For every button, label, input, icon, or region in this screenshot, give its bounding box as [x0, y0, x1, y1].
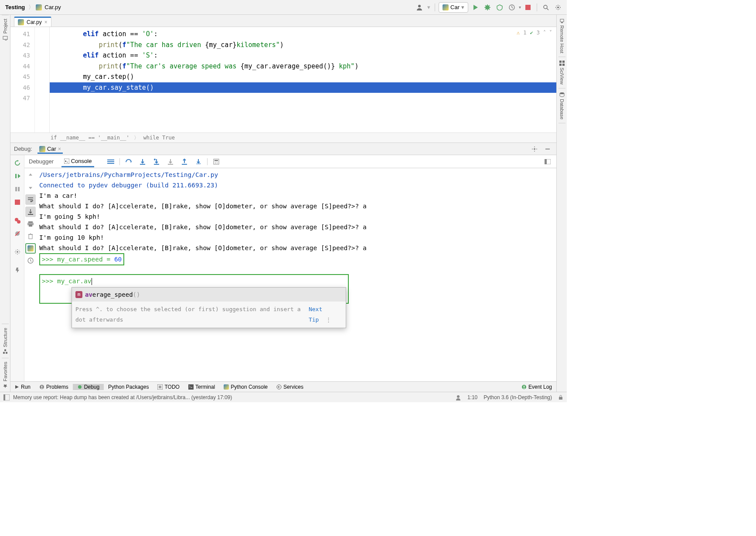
stop-button[interactable]: [12, 197, 23, 207]
print-icon[interactable]: [25, 219, 36, 229]
svg-rect-58: [561, 22, 563, 23]
terminal-tool-tab[interactable]: Terminal: [184, 384, 219, 390]
project-tool-tab[interactable]: Project: [2, 15, 9, 44]
warning-icon: ⚠: [517, 30, 520, 36]
console-line: Connected to pydev debugger (build 211.6…: [39, 180, 554, 190]
step-into-icon[interactable]: [137, 156, 148, 167]
more-icon[interactable]: ⋮: [326, 316, 331, 323]
svg-point-30: [154, 159, 156, 160]
debug-console[interactable]: /Users/jetbrains/PycharmProjects/Testing…: [37, 168, 556, 381]
event-log-tool-tab[interactable]: Event Log: [517, 384, 556, 390]
close-tab-icon[interactable]: ×: [44, 19, 48, 25]
close-icon[interactable]: ×: [58, 146, 61, 152]
view-breakpoints-button[interactable]: [12, 215, 23, 226]
run-tool-tab[interactable]: Run: [10, 384, 35, 390]
svg-rect-62: [562, 64, 565, 66]
history-icon[interactable]: [25, 255, 36, 266]
scroll-down-icon[interactable]: [25, 182, 36, 193]
console-line: What should I do? [A]ccelerate, [B]rake,…: [39, 243, 554, 253]
soft-wrap-icon[interactable]: [25, 194, 36, 205]
code-area[interactable]: elif action == 'O': print(f"The car has …: [50, 27, 556, 132]
favorites-tool-tab[interactable]: Favorites: [2, 358, 9, 392]
sciview-tool-tab[interactable]: SciView: [558, 57, 565, 88]
run-config-selector[interactable]: Car ▾: [439, 2, 468, 13]
layout-settings-icon[interactable]: [542, 156, 553, 167]
chevron-up-icon[interactable]: ˄: [543, 30, 546, 36]
mute-breakpoints-button[interactable]: [12, 228, 23, 239]
settings-button[interactable]: [553, 2, 563, 13]
check-count: 3: [537, 30, 540, 36]
search-everywhere-button[interactable]: [541, 2, 551, 13]
svg-point-7: [557, 7, 559, 8]
rerun-button[interactable]: [12, 158, 23, 168]
step-into-my-code-icon[interactable]: [151, 156, 162, 167]
python-prompt-icon[interactable]: [25, 243, 36, 254]
editor-tabs: Car.py ×: [10, 15, 556, 27]
lock-icon[interactable]: [558, 394, 563, 400]
todo-tool-tab[interactable]: TODO: [153, 384, 184, 390]
status-message[interactable]: Memory use report: Heap dump has been cr…: [13, 394, 449, 400]
interpreter-label[interactable]: Python 3.6 (In-Depth-Testing): [484, 394, 552, 400]
completion-popup[interactable]: m average_speed() Press ^. to choose the…: [72, 287, 346, 328]
debug-inner-tabs: Debugger Console: [24, 155, 556, 168]
pause-button[interactable]: [12, 184, 23, 194]
profile-button[interactable]: [507, 2, 517, 13]
scroll-to-end-icon[interactable]: [25, 207, 36, 217]
chevron-right-icon: 〉: [28, 3, 34, 11]
dropdown-caret-icon[interactable]: ▾: [427, 4, 430, 10]
debug-session-tab[interactable]: Car ×: [37, 144, 63, 154]
svg-rect-27: [107, 163, 114, 164]
step-over-icon[interactable]: [123, 156, 134, 167]
breadcrumb-file[interactable]: Car.py: [43, 3, 63, 11]
console-line: I'm going 10 kph!: [39, 232, 554, 243]
hector-icon[interactable]: [455, 394, 461, 400]
svg-rect-65: [3, 394, 5, 400]
code-editor[interactable]: 41424344454647 elif action == 'O': print…: [10, 27, 556, 132]
services-tool-tab[interactable]: Services: [272, 384, 308, 390]
line-numbers-gutter: 41424344454647: [10, 27, 35, 132]
console-input[interactable]: >>> my_car.av m average_speed() Press ^.…: [39, 274, 349, 304]
run-button[interactable]: [470, 2, 480, 13]
clear-icon[interactable]: [25, 231, 36, 241]
next-tip-link[interactable]: Next Tip: [309, 306, 322, 323]
scroll-up-icon[interactable]: [25, 170, 36, 180]
user-icon[interactable]: [414, 2, 425, 13]
chevron-down-icon: ▾: [461, 4, 464, 10]
force-step-into-icon[interactable]: [165, 156, 176, 167]
chevron-down-icon[interactable]: ▾: [519, 5, 521, 10]
code-breadcrumb[interactable]: if __name__ == '__main__' 〉 while True: [10, 132, 556, 143]
show-exec-point-icon[interactable]: [106, 156, 116, 167]
debug-tool-tab[interactable]: Debug: [73, 384, 104, 390]
python-packages-tool-tab[interactable]: Python Packages: [104, 384, 153, 390]
pin-button[interactable]: [12, 265, 23, 275]
database-tool-tab[interactable]: Database: [558, 88, 565, 123]
inspections-widget[interactable]: ⚠1 ✔3 ˄ ˅: [517, 30, 552, 36]
remote-host-tool-tab[interactable]: Remote Host: [558, 15, 565, 57]
breadcrumb-project[interactable]: Testing: [3, 3, 27, 11]
completion-item[interactable]: m average_speed(): [72, 288, 346, 302]
resume-button[interactable]: [12, 171, 23, 181]
coverage-button[interactable]: [494, 2, 505, 13]
debug-settings-button[interactable]: [12, 247, 23, 257]
debug-button[interactable]: [482, 2, 493, 13]
step-out-icon[interactable]: [179, 156, 190, 167]
svg-rect-59: [559, 61, 562, 63]
debugger-tab[interactable]: Debugger: [26, 156, 56, 166]
hide-icon[interactable]: [542, 144, 553, 154]
tool-windows-icon[interactable]: [3, 394, 10, 400]
python-file-icon: [18, 19, 24, 25]
problems-tool-tab[interactable]: Problems: [35, 384, 73, 390]
structure-tool-tab[interactable]: Structure: [2, 324, 9, 358]
console-tab[interactable]: Console: [61, 156, 94, 167]
stop-button[interactable]: [523, 2, 533, 13]
debug-settings-icon[interactable]: [529, 144, 540, 154]
python-console-tool-tab[interactable]: Python Console: [219, 384, 272, 390]
chevron-down-icon[interactable]: ˅: [549, 30, 552, 36]
run-config-name: Car: [450, 4, 460, 10]
evaluate-expression-icon[interactable]: [211, 156, 221, 167]
caret-position[interactable]: 1:10: [467, 394, 477, 400]
editor-tab-car[interactable]: Car.py ×: [14, 17, 51, 27]
editor-tab-label: Car.py: [27, 19, 42, 25]
fold-gutter[interactable]: [35, 27, 50, 132]
run-to-cursor-icon[interactable]: [193, 156, 204, 167]
